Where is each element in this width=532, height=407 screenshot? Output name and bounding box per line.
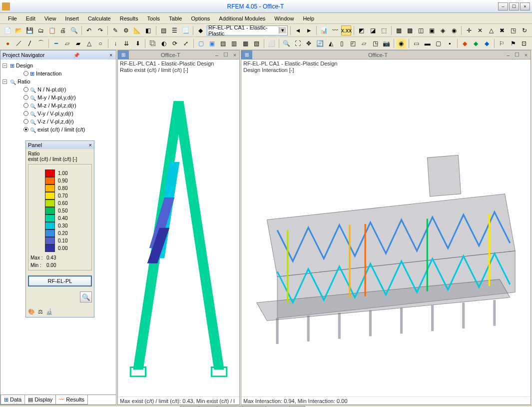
results-icon[interactable]: 📊 [319, 26, 329, 36]
prev-icon[interactable]: ◄ [293, 26, 303, 36]
misc2-icon[interactable]: ⚑ [508, 38, 518, 48]
saveall-icon[interactable]: 🗂 [36, 26, 45, 36]
load3-icon[interactable]: ⬇ [133, 38, 142, 48]
load1-icon[interactable]: ↓ [111, 38, 120, 48]
tool-icon[interactable]: ⚙ [121, 26, 131, 36]
microscope-icon[interactable]: 🔬 [46, 308, 53, 315]
copy1-icon[interactable]: ⿻ [148, 38, 157, 48]
axis-icon[interactable]: ✕ [475, 26, 485, 36]
scale-tool-icon[interactable]: ⤢ [181, 38, 191, 48]
redo-icon[interactable]: ↷ [95, 26, 105, 36]
rotate3d-icon[interactable]: 🔄 [315, 38, 325, 48]
close-panel-icon[interactable]: × [108, 52, 114, 58]
line-icon[interactable]: ／ [14, 38, 23, 48]
tool2-icon[interactable]: 📐 [132, 26, 142, 36]
tree-item-2[interactable]: 🔍M-z / M-pl,z,d(r) [2, 102, 114, 110]
snap-icon[interactable]: ✛ [464, 26, 474, 36]
chevron-down-icon[interactable]: ▾ [279, 27, 286, 34]
tab-display[interactable]: ▤Display [24, 395, 56, 404]
solid-icon[interactable]: ▰ [73, 38, 83, 48]
menu-file[interactable]: File [4, 14, 21, 22]
view1-close-icon[interactable]: × [230, 52, 239, 58]
arc-icon[interactable]: ⌒ [36, 38, 46, 48]
report-icon[interactable]: 📃 [181, 26, 190, 36]
menu-tools[interactable]: Tools [143, 14, 164, 22]
tool3-icon[interactable]: ◧ [143, 26, 153, 36]
iso-icon[interactable]: ◭ [326, 38, 336, 48]
box1-icon[interactable]: ▢ [196, 38, 206, 48]
color2-icon[interactable]: ◆ [471, 38, 481, 48]
box6-icon[interactable]: ▧ [252, 38, 261, 48]
polyline-icon[interactable]: 〳 [25, 38, 34, 48]
balance-icon[interactable]: ⚖ [38, 308, 43, 315]
zoom-window-icon[interactable]: 🔍 [282, 38, 291, 48]
menu-edit[interactable]: Edit [22, 14, 39, 22]
solid2-icon[interactable]: ▪ [445, 38, 455, 48]
hinge-icon[interactable]: ○ [95, 38, 105, 48]
view1-canvas[interactable] [118, 74, 239, 396]
render1-icon[interactable]: ◉ [397, 38, 406, 48]
shade-icon[interactable]: ▬ [423, 38, 432, 48]
display5-icon[interactable]: ◈ [438, 26, 448, 36]
side-icon[interactable]: ◰ [348, 38, 358, 48]
grid-icon[interactable]: △ [487, 26, 496, 36]
tree-interaction[interactable]: ⊞ Interaction [2, 70, 114, 78]
view2-max-icon[interactable]: ☐ [513, 52, 522, 58]
palette-icon[interactable]: 🎨 [28, 308, 35, 315]
maximize-button[interactable]: ☐ [509, 2, 519, 10]
undo-icon[interactable]: ↶ [84, 26, 94, 36]
trans-icon[interactable]: ▢ [434, 38, 443, 48]
persp-icon[interactable]: ◳ [371, 38, 380, 48]
display3-icon[interactable]: ◫ [416, 26, 426, 36]
filter2-icon[interactable]: ◪ [368, 26, 377, 36]
cross-icon[interactable]: ✖ [498, 26, 507, 36]
box5-icon[interactable]: ▦ [241, 38, 250, 48]
box2-icon[interactable]: ▣ [207, 38, 217, 48]
panel-close-icon[interactable]: × [89, 142, 92, 148]
view2-min-icon[interactable]: – [504, 52, 513, 58]
wire-icon[interactable]: ▭ [412, 38, 421, 48]
cube-icon[interactable]: ◳ [509, 26, 518, 36]
tree-item-5[interactable]: 🔍exist (c/t) / limit (c/t) [2, 126, 114, 134]
refresh-icon[interactable]: ↻ [520, 26, 529, 36]
edit-icon[interactable]: ✎ [110, 26, 120, 36]
misc1-icon[interactable]: ⚐ [497, 38, 507, 48]
menu-insert[interactable]: Insert [61, 14, 83, 22]
display4-icon[interactable]: ▣ [427, 26, 437, 36]
filter3-icon[interactable]: ⬚ [379, 26, 389, 36]
menu-calculate[interactable]: Calculate [84, 14, 115, 22]
close-button[interactable]: × [520, 2, 530, 10]
zoom-extents-icon[interactable]: ⛶ [293, 38, 302, 48]
view1-min-icon[interactable]: – [212, 52, 221, 58]
menu-table[interactable]: Table [165, 14, 186, 22]
menu-modules[interactable]: Additional Modules [215, 14, 269, 22]
menu-window[interactable]: Window [270, 14, 298, 22]
tree-item-4[interactable]: 🔍V-z / V-pl,z,d(r) [2, 118, 114, 126]
view2-canvas[interactable] [241, 74, 531, 396]
top-icon[interactable]: ▱ [359, 38, 369, 48]
color3-icon[interactable]: ◆ [482, 38, 492, 48]
misc3-icon[interactable]: ⊡ [520, 38, 529, 48]
filter1-icon[interactable]: ◩ [357, 26, 366, 36]
new-icon[interactable]: 📄 [3, 26, 12, 36]
copy-icon[interactable]: 📋 [47, 26, 57, 36]
display6-icon[interactable]: ◉ [449, 26, 459, 36]
module-button[interactable]: RF-EL-PL [28, 276, 92, 286]
surface-icon[interactable]: ▱ [62, 38, 72, 48]
tree-ratio[interactable]: −🔍 Ratio [2, 78, 114, 86]
tree-design[interactable]: −⊞ Design [2, 62, 114, 70]
menu-help[interactable]: Help [299, 14, 318, 22]
view2-close-icon[interactable]: × [522, 52, 531, 58]
rotate-icon[interactable]: ⟳ [170, 38, 179, 48]
loadcase-combo[interactable]: RF-EL-PL CA1 - Elastic-Plastic ▾ [207, 26, 288, 36]
print-icon[interactable]: 🖨 [58, 26, 68, 36]
table-icon[interactable]: ▤ [158, 26, 168, 36]
list-icon[interactable]: ☰ [170, 26, 179, 36]
tree-item-1[interactable]: 🔍M-y / M-pl,y,d(r) [2, 94, 114, 102]
front-icon[interactable]: ▯ [337, 38, 347, 48]
node-icon[interactable]: ● [3, 38, 12, 48]
minimize-button[interactable]: – [498, 2, 508, 10]
values-icon[interactable]: x.xx [341, 26, 351, 36]
mirror-icon[interactable]: ◐ [159, 38, 168, 48]
preview-icon[interactable]: 🔍 [69, 26, 79, 36]
